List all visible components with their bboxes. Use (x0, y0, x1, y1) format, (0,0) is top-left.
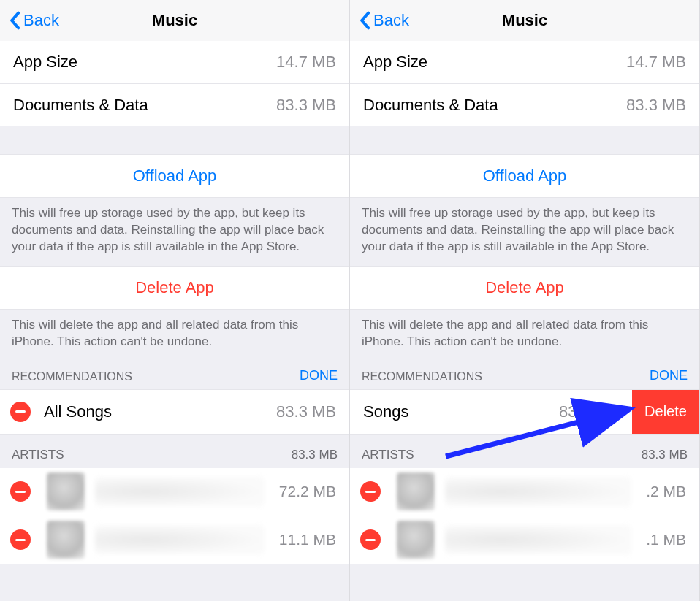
app-size-label: App Size (13, 53, 77, 72)
artist-name-blurred (445, 525, 631, 554)
artist-name-blurred (95, 477, 265, 506)
remove-icon[interactable] (10, 529, 31, 550)
delete-button[interactable]: Delete (632, 389, 699, 435)
artist-size: .1 MB (646, 531, 686, 548)
recommendations-label: RECOMMENDATIONS (12, 370, 132, 383)
artists-label: ARTISTS (362, 448, 414, 462)
documents-data-row: Documents & Data 83.3 MB (350, 84, 699, 126)
nav-header: Back Music (0, 0, 349, 41)
artists-header: ARTISTS 83.3 MB (350, 435, 699, 468)
artist-name-blurred (95, 525, 265, 554)
artist-row[interactable]: .2 MB (350, 468, 699, 516)
delete-app-button[interactable]: Delete App (350, 266, 699, 310)
documents-data-value: 83.3 MB (276, 96, 336, 115)
delete-description: This will delete the app and all related… (350, 310, 699, 361)
left-pane: Back Music App Size 14.7 MB Documents & … (0, 0, 350, 601)
artists-total: 83.3 MB (642, 448, 688, 462)
spacer (0, 126, 349, 154)
all-songs-label: Songs (353, 402, 559, 421)
remove-icon[interactable] (360, 529, 381, 550)
album-art (47, 521, 85, 559)
artists-label: ARTISTS (12, 448, 64, 462)
page-title: Music (502, 11, 547, 30)
all-songs-row-swiped[interactable]: Songs 83.3 MB Delete (350, 389, 699, 435)
back-button[interactable]: Back (359, 11, 409, 30)
app-size-value: 14.7 MB (276, 53, 336, 72)
recommendations-header: RECOMMENDATIONS DONE (350, 361, 699, 389)
done-button[interactable]: DONE (650, 368, 688, 383)
remove-icon[interactable] (10, 481, 31, 502)
artist-name-blurred (445, 477, 631, 506)
offload-app-button[interactable]: Offload App (350, 154, 699, 198)
done-button[interactable]: DONE (300, 368, 338, 383)
chevron-left-icon (9, 11, 20, 30)
remove-icon[interactable] (10, 402, 31, 422)
artists-header: ARTISTS 83.3 MB (0, 435, 349, 468)
spacer (350, 126, 699, 154)
documents-data-label: Documents & Data (363, 96, 498, 115)
app-size-value: 14.7 MB (626, 53, 686, 72)
delete-app-button[interactable]: Delete App (0, 266, 349, 310)
offload-description: This will free up storage used by the ap… (0, 198, 349, 266)
artist-row[interactable]: 72.2 MB (0, 468, 349, 516)
artist-row[interactable]: 11.1 MB (0, 516, 349, 564)
offload-app-button[interactable]: Offload App (0, 154, 349, 198)
app-size-label: App Size (363, 53, 427, 72)
app-size-row: App Size 14.7 MB (0, 41, 349, 84)
all-songs-size: 83.3 MB (276, 402, 349, 421)
page-title: Music (152, 11, 197, 30)
documents-data-value: 83.3 MB (626, 96, 686, 115)
artist-size: 11.1 MB (279, 531, 336, 548)
artist-row[interactable]: .1 MB (350, 516, 699, 564)
all-songs-size: 83.3 MB (559, 402, 632, 421)
back-label: Back (373, 11, 409, 30)
offload-description: This will free up storage used by the ap… (350, 198, 699, 266)
size-group: App Size 14.7 MB Documents & Data 83.3 M… (350, 41, 699, 126)
album-art (397, 521, 435, 559)
documents-data-row: Documents & Data 83.3 MB (0, 84, 349, 126)
recommendations-header: RECOMMENDATIONS DONE (0, 361, 349, 389)
chevron-left-icon (359, 11, 370, 30)
back-label: Back (23, 11, 59, 30)
documents-data-label: Documents & Data (13, 96, 148, 115)
nav-header: Back Music (350, 0, 699, 41)
album-art (397, 472, 435, 510)
back-button[interactable]: Back (9, 11, 59, 30)
artist-size: .2 MB (646, 483, 686, 500)
app-size-row: App Size 14.7 MB (350, 41, 699, 84)
right-pane: Back Music App Size 14.7 MB Documents & … (350, 0, 700, 601)
artists-total: 83.3 MB (292, 448, 338, 462)
artist-size: 72.2 MB (279, 483, 336, 500)
all-songs-label: All Songs (41, 402, 276, 421)
remove-icon[interactable] (360, 481, 381, 502)
recommendations-label: RECOMMENDATIONS (362, 370, 482, 383)
size-group: App Size 14.7 MB Documents & Data 83.3 M… (0, 41, 349, 126)
all-songs-row[interactable]: All Songs 83.3 MB (0, 389, 349, 435)
album-art (47, 472, 85, 510)
delete-description: This will delete the app and all related… (0, 310, 349, 361)
